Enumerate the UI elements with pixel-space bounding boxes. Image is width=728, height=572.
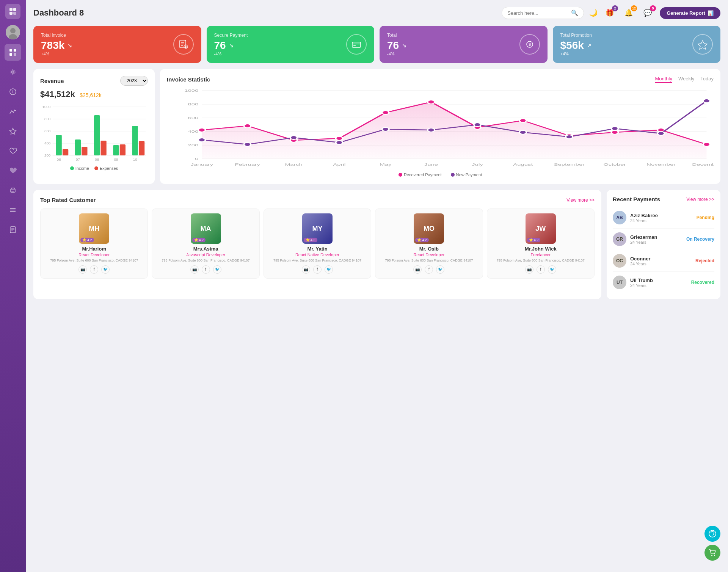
svg-rect-32 xyxy=(353,45,356,46)
payment-status: Recovered xyxy=(691,280,714,285)
tab-monthly[interactable]: Monthly xyxy=(655,76,672,83)
twitter-icon[interactable]: 🐦 xyxy=(436,265,444,274)
payment-info: Uli Trumb 24 Years xyxy=(630,277,687,288)
sidebar-logo[interactable] xyxy=(5,4,20,19)
stat-card-invoice[interactable]: Total invoice 783k ↘ +4% $ xyxy=(33,26,201,63)
svg-point-93 xyxy=(566,135,573,139)
year-select[interactable]: 2023 2022 2021 xyxy=(120,76,148,86)
sidebar-item-info[interactable]: i xyxy=(5,83,21,100)
revenue-target: $25,612k xyxy=(80,92,102,98)
avatar: GR xyxy=(613,232,626,246)
messages-button[interactable]: 💬 5 xyxy=(641,6,654,20)
customer-name: Mr. Osib xyxy=(378,246,479,252)
svg-rect-2 xyxy=(9,12,13,15)
search-icon: 🔍 xyxy=(571,9,578,16)
gift-badge: 2 xyxy=(612,5,618,11)
customers-view-more[interactable]: View more >> xyxy=(566,197,595,203)
svg-point-89 xyxy=(382,127,389,131)
sidebar-item-dashboard[interactable] xyxy=(5,44,21,61)
stat-card-promotion[interactable]: Total Promotion $56k ↗ +4% xyxy=(553,26,721,63)
stat-arrow-promotion: ↗ xyxy=(587,42,592,49)
facebook-icon[interactable]: f xyxy=(90,265,98,274)
sidebar: i xyxy=(0,0,26,572)
generate-report-button[interactable]: Generate Report 📊 xyxy=(660,7,720,19)
facebook-icon[interactable]: f xyxy=(425,265,433,274)
theme-toggle[interactable]: 🌙 xyxy=(589,9,598,17)
customer-name: Mr.Hariom xyxy=(44,246,144,252)
svg-text:January: January xyxy=(191,163,213,166)
search-box[interactable]: 🔍 xyxy=(502,7,584,19)
twitter-icon[interactable]: 🐦 xyxy=(548,265,556,274)
svg-rect-51 xyxy=(113,145,119,155)
payment-name: Uli Trumb xyxy=(630,277,687,283)
tab-weekly[interactable]: Weekly xyxy=(678,76,694,83)
svg-point-111 xyxy=(711,555,712,556)
svg-text:200: 200 xyxy=(44,153,50,157)
twitter-icon[interactable]: 🐦 xyxy=(325,265,333,274)
stat-card-total[interactable]: Total 76 ↘ -4% $ xyxy=(380,26,548,63)
instagram-icon[interactable]: 📷 xyxy=(525,265,533,274)
customer-address: 795 Folsom Ave, Suite 600 San Francisco,… xyxy=(267,259,368,263)
facebook-icon[interactable]: f xyxy=(202,265,210,274)
sidebar-item-print[interactable] xyxy=(5,182,21,199)
svg-rect-0 xyxy=(9,8,13,11)
rating-badge: ⭐ 4.2 xyxy=(304,238,317,242)
svg-point-96 xyxy=(703,99,710,103)
svg-point-90 xyxy=(428,128,435,132)
svg-text:October: October xyxy=(604,163,626,166)
payment-name: Griezerman xyxy=(630,234,682,240)
income-legend-dot xyxy=(70,166,74,170)
svg-text:1000: 1000 xyxy=(42,105,50,109)
svg-rect-47 xyxy=(75,139,81,155)
stat-change-payment: -4% xyxy=(214,52,248,56)
twitter-icon[interactable]: 🐦 xyxy=(101,265,110,274)
stat-icon-payment xyxy=(346,34,367,55)
rating-badge: ⭐ 4.2 xyxy=(80,238,94,242)
avatar: MO ⭐ 4.2 xyxy=(414,213,444,244)
instagram-icon[interactable]: 📷 xyxy=(78,265,87,274)
svg-rect-16 xyxy=(11,191,14,193)
sidebar-item-reports[interactable] xyxy=(5,221,21,238)
stat-card-payment[interactable]: Secure Payment 76 ↘ -4% xyxy=(207,26,375,63)
avatar[interactable] xyxy=(6,25,20,39)
sidebar-item-settings[interactable] xyxy=(5,64,21,80)
page-title: Dashboard 8 xyxy=(33,8,84,18)
customer-social: 📷 f 🐦 xyxy=(378,265,479,274)
stat-label-payment: Secure Payment xyxy=(214,33,248,38)
customer-name: Mrs.Asima xyxy=(155,246,256,252)
svg-text:February: February xyxy=(235,163,260,166)
facebook-icon[interactable]: f xyxy=(537,265,545,274)
sidebar-item-wishlist[interactable] xyxy=(5,162,21,179)
payments-title: Recent Payments xyxy=(613,196,660,202)
sidebar-item-favorites[interactable] xyxy=(5,123,21,139)
cart-button[interactable] xyxy=(704,545,720,561)
payments-card: Recent Payments View more >> AB Aziz Bak… xyxy=(607,190,720,299)
svg-text:08: 08 xyxy=(95,157,99,161)
gift-button[interactable]: 🎁 2 xyxy=(603,6,617,20)
charts-row: Revenue 2023 2022 2021 $41,512k $25,612k xyxy=(33,69,720,184)
stat-change-promotion: +4% xyxy=(560,52,592,56)
payments-view-more[interactable]: View more >> xyxy=(686,197,714,202)
recovered-legend-label: Recovered Payment xyxy=(404,172,442,177)
twitter-icon[interactable]: 🐦 xyxy=(213,265,221,274)
svg-text:09: 09 xyxy=(114,157,118,161)
instagram-icon[interactable]: 📷 xyxy=(302,265,310,274)
sidebar-item-likes[interactable] xyxy=(5,143,21,159)
instagram-icon[interactable]: 📷 xyxy=(413,265,422,274)
svg-rect-50 xyxy=(100,141,106,155)
search-input[interactable] xyxy=(507,10,568,16)
facebook-icon[interactable]: f xyxy=(313,265,322,274)
svg-point-11 xyxy=(12,71,14,73)
support-button[interactable] xyxy=(704,526,720,542)
tab-today[interactable]: Today xyxy=(700,76,714,83)
sidebar-item-menu[interactable] xyxy=(5,202,21,218)
svg-point-78 xyxy=(428,100,435,104)
instagram-icon[interactable]: 📷 xyxy=(190,265,199,274)
sidebar-item-analytics[interactable] xyxy=(5,103,21,120)
customer-address: 795 Folsom Ave, Suite 600 San Francisco,… xyxy=(490,259,591,263)
payment-info: Aziz Bakree 24 Years xyxy=(630,213,693,223)
income-legend-label: Income xyxy=(75,166,89,171)
notifications-button[interactable]: 🔔 12 xyxy=(622,6,635,20)
rating-badge: ⭐ 4.2 xyxy=(192,238,206,242)
invoice-line-chart: 1000 800 600 400 200 0 xyxy=(167,87,714,170)
